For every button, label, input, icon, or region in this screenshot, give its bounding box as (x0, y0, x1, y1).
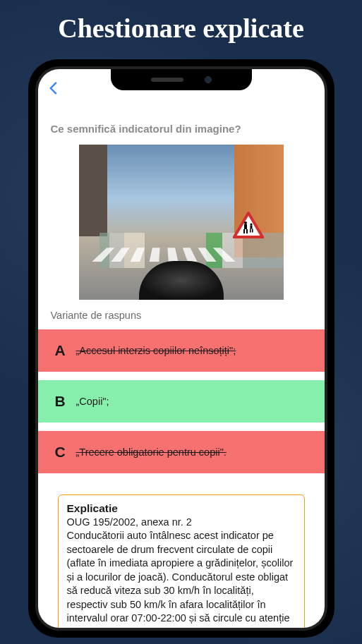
question-image (79, 145, 284, 300)
svg-rect-6 (250, 226, 252, 229)
answers-label: Variante de raspuns (48, 310, 315, 321)
phone-frame: Ce semnifică indicatorul din imagine? (28, 59, 334, 638)
svg-marker-0 (234, 213, 263, 237)
svg-point-1 (244, 221, 247, 224)
page-title: Chestionare explicate (0, 0, 362, 51)
answer-letter: B (55, 393, 76, 410)
svg-rect-7 (250, 229, 251, 233)
answer-option-b[interactable]: B „Copii"; (38, 380, 325, 423)
notch-camera (205, 76, 212, 83)
answers-list: A „Accesul interzis copiilor neînsoțiți"… (38, 329, 325, 473)
explanation-box: Explicatie OUG 195/2002, anexa nr. 2 Con… (58, 494, 305, 628)
svg-rect-4 (246, 229, 248, 233)
notch-speaker (151, 78, 183, 82)
answer-text: „Copii"; (76, 396, 109, 407)
chevron-left-icon (48, 80, 58, 98)
svg-rect-3 (243, 229, 245, 233)
svg-point-5 (250, 223, 252, 225)
phone-inner: Ce semnifică indicatorul din imagine? (35, 66, 327, 631)
children-warning-sign-icon (233, 212, 264, 238)
phone-notch (111, 69, 252, 90)
explanation-reference: OUG 195/2002, anexa nr. 2 (67, 516, 296, 528)
image-building-left (79, 145, 107, 236)
answer-text: „Accesul interzis copiilor neînsoțiți"; (76, 345, 236, 356)
question-text: Ce semnifică indicatorul din imagine? (48, 123, 315, 135)
explanation-title: Explicatie (67, 502, 296, 515)
answer-letter: A (55, 342, 76, 359)
svg-rect-8 (252, 229, 253, 233)
back-button[interactable] (38, 78, 68, 102)
answer-option-a[interactable]: A „Accesul interzis copiilor neînsoțiți"… (38, 329, 325, 372)
explanation-body: Conducătorii auto întâlnesc acest indica… (67, 529, 296, 628)
phone-screen: Ce semnifică indicatorul din imagine? (38, 69, 325, 628)
screen-content: Ce semnifică indicatorul din imagine? (38, 69, 325, 628)
answer-letter: C (55, 444, 76, 461)
question-area: Ce semnifică indicatorul din imagine? (38, 102, 325, 628)
answer-option-c[interactable]: C „Trecere obligatorie pentru copii". (38, 431, 325, 473)
answer-text: „Trecere obligatorie pentru copii". (76, 446, 227, 458)
svg-rect-2 (244, 224, 247, 229)
